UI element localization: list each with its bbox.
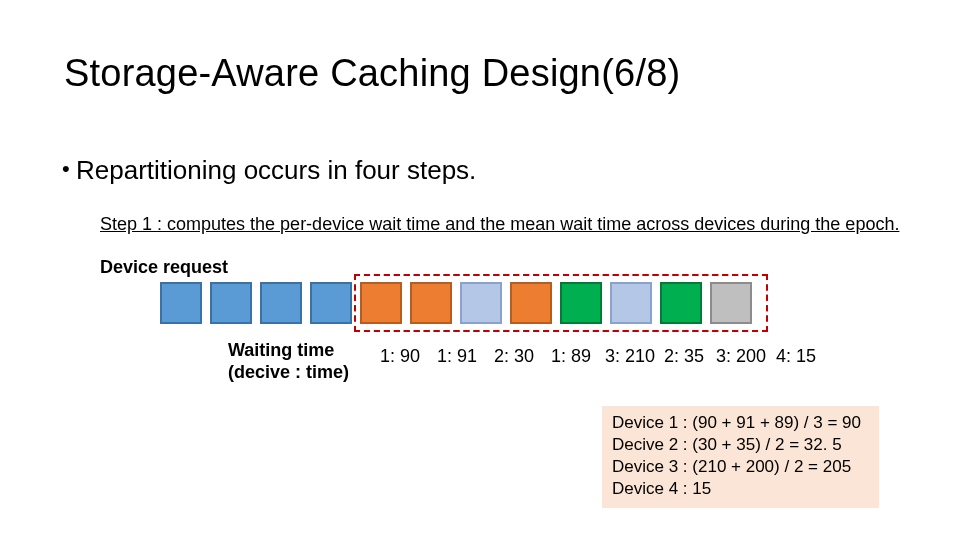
bullet-text: Repartitioning occurs in four steps. [76, 155, 476, 186]
waiting-time-value-1: 1: 91 [437, 346, 477, 367]
waiting-time-value-2: 2: 30 [494, 346, 534, 367]
request-block-1 [210, 282, 252, 324]
dashed-region-1 [354, 274, 768, 332]
waiting-time-label-line2: (decive : time) [228, 362, 349, 382]
waiting-time-value-7: 4: 15 [776, 346, 816, 367]
slide: Storage-Aware Caching Design(6/8) Repart… [0, 0, 960, 540]
average-line-0: Device 1 : (90 + 91 + 89) / 3 = 90 [612, 412, 861, 434]
request-block-0 [160, 282, 202, 324]
waiting-time-value-0: 1: 90 [380, 346, 420, 367]
device-request-label: Device request [100, 257, 228, 278]
page-title: Storage-Aware Caching Design(6/8) [64, 52, 680, 95]
request-block-3 [310, 282, 352, 324]
waiting-time-value-4: 3: 210 [605, 346, 655, 367]
average-line-3: Device 4 : 15 [612, 478, 861, 500]
step-label: Step 1 : computes the per-device wait ti… [100, 214, 899, 235]
average-line-2: Device 3 : (210 + 200) / 2 = 205 [612, 456, 861, 478]
waiting-time-value-5: 2: 35 [664, 346, 704, 367]
waiting-time-label-line1: Waiting time [228, 340, 334, 360]
averages-box: Device 1 : (90 + 91 + 89) / 3 = 90Decive… [602, 406, 879, 508]
waiting-time-label: Waiting time (decive : time) [228, 340, 349, 383]
waiting-time-value-6: 3: 200 [716, 346, 766, 367]
request-block-2 [260, 282, 302, 324]
waiting-time-value-3: 1: 89 [551, 346, 591, 367]
average-line-1: Decive 2 : (30 + 35) / 2 = 32. 5 [612, 434, 861, 456]
